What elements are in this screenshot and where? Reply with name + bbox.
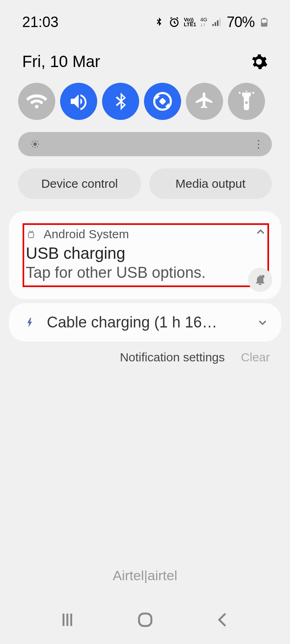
- svg-rect-19: [29, 233, 34, 238]
- home-button[interactable]: [136, 610, 154, 629]
- svg-rect-7: [262, 23, 267, 26]
- battery-percent: 70%: [227, 14, 255, 31]
- toggle-airplane[interactable]: [186, 83, 223, 120]
- airplane-icon: [194, 91, 215, 112]
- recents-icon: [58, 610, 77, 629]
- notification-app-row: Android System: [26, 227, 266, 241]
- svg-rect-26: [139, 614, 151, 626]
- media-output-button[interactable]: Media output: [149, 168, 272, 199]
- gear-icon: [250, 53, 268, 71]
- brightness-slider[interactable]: ⋮: [18, 132, 272, 156]
- panel-date: Fri, 10 Mar: [22, 52, 100, 71]
- notification-links: Notification settings Clear: [0, 342, 290, 364]
- back-button[interactable]: [214, 610, 232, 629]
- back-icon: [214, 610, 232, 629]
- brightness-more-button[interactable]: ⋮: [253, 138, 263, 151]
- svg-point-22: [261, 275, 265, 278]
- notification-settings-link[interactable]: Notification settings: [120, 350, 225, 364]
- recents-button[interactable]: [58, 610, 77, 629]
- bluetooth-icon: [153, 17, 165, 28]
- notification-usb-charging[interactable]: Android System USB charging Tap for othe…: [9, 211, 281, 299]
- svg-rect-2: [215, 22, 216, 26]
- toggle-auto-rotate[interactable]: [144, 83, 181, 120]
- bell-icon: [254, 273, 267, 286]
- toggle-flashlight[interactable]: [228, 83, 265, 120]
- alarm-icon: [169, 17, 180, 28]
- svg-line-15: [32, 141, 33, 142]
- device-control-button[interactable]: Device control: [18, 168, 141, 199]
- notification-app-name: Android System: [44, 227, 129, 241]
- carrier-label: Airtel|airtel: [0, 568, 290, 583]
- svg-line-18: [37, 141, 38, 142]
- flashlight-icon: [236, 91, 257, 112]
- svg-line-16: [37, 146, 38, 147]
- chip-label: Device control: [41, 177, 118, 191]
- toggle-bluetooth[interactable]: [102, 83, 139, 120]
- svg-rect-9: [159, 98, 166, 105]
- chevron-down-icon: [256, 316, 269, 329]
- wifi-icon: [26, 91, 47, 112]
- expand-button[interactable]: [256, 316, 269, 329]
- battery-charging-icon: [259, 17, 270, 28]
- svg-rect-6: [263, 18, 265, 19]
- auto-rotate-icon: [152, 91, 173, 112]
- svg-line-17: [32, 146, 33, 147]
- network-type-indicator: 4G↓↑: [200, 17, 207, 27]
- brightness-icon: [30, 139, 40, 149]
- settings-button[interactable]: [250, 53, 268, 71]
- notification-cable-charging[interactable]: Cable charging (1 h 16…: [9, 303, 281, 342]
- status-bar: 21:03 Vo))LTE1 4G↓↑ 70%: [0, 0, 290, 44]
- notification-settings-bubble[interactable]: [248, 268, 272, 292]
- bluetooth-icon: [110, 91, 131, 112]
- navigation-bar: [0, 596, 290, 644]
- clear-notifications-link[interactable]: Clear: [241, 350, 270, 364]
- chip-row: Device control Media output: [0, 168, 290, 199]
- home-icon: [136, 610, 154, 629]
- toggle-wifi[interactable]: [18, 83, 55, 120]
- status-right: Vo))LTE1 4G↓↑ 70%: [153, 14, 270, 31]
- volte-indicator: Vo))LTE1: [184, 17, 196, 27]
- lightning-icon: [25, 317, 36, 328]
- panel-header: Fri, 10 Mar: [0, 44, 290, 79]
- chevron-up-icon: [254, 225, 267, 238]
- android-system-icon: [26, 229, 36, 239]
- highlight-annotation: Android System USB charging Tap for othe…: [23, 223, 269, 287]
- notification-subtitle: Tap for other USB options.: [26, 264, 266, 281]
- volume-icon: [68, 91, 89, 112]
- quick-toggle-row: [0, 83, 290, 120]
- notification-title: USB charging: [26, 244, 266, 262]
- collapse-button[interactable]: [254, 225, 267, 238]
- notification-text: Cable charging (1 h 16…: [47, 314, 246, 331]
- svg-rect-1: [212, 24, 214, 26]
- chip-label: Media output: [175, 177, 245, 191]
- toggle-sound[interactable]: [60, 83, 97, 120]
- signal-icon: [211, 17, 223, 28]
- svg-point-10: [33, 143, 37, 146]
- svg-rect-4: [219, 19, 221, 26]
- status-time: 21:03: [22, 14, 58, 31]
- svg-rect-3: [217, 20, 219, 26]
